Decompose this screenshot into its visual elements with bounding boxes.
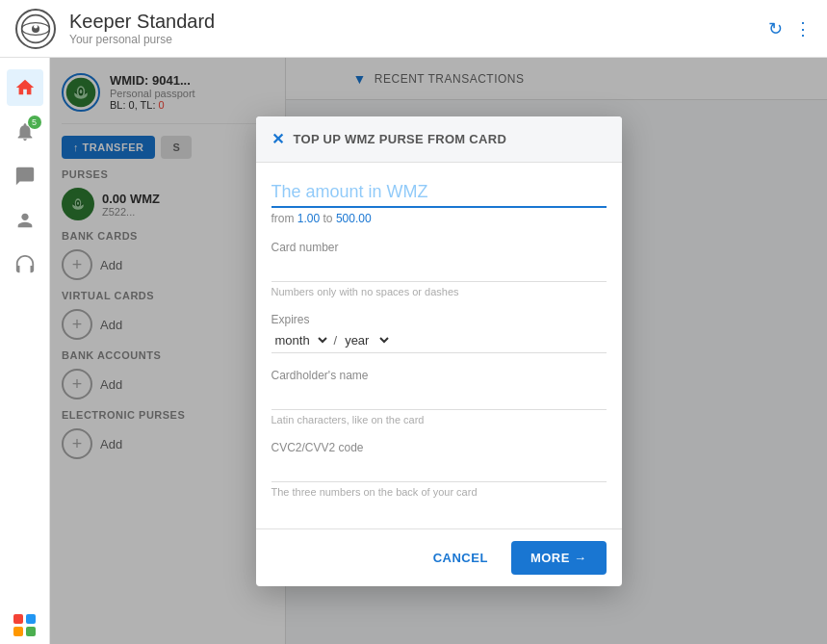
month-select[interactable]: month 010203 040506 070809 101112 — [271, 332, 330, 348]
card-number-label: Card number — [271, 241, 607, 254]
card-number-hint: Numbers only with no spaces or dashes — [271, 286, 607, 297]
modal-footer: CANCEL MORE → — [256, 528, 622, 586]
sidebar-item-contacts[interactable] — [7, 202, 43, 239]
amount-group: from 1.00 to 500.00 — [271, 178, 607, 225]
header-actions: ↻ ⋮ — [768, 18, 812, 39]
modal: ✕ TOP UP WMZ PURSE FROM CARD from 1.00 t… — [256, 116, 622, 586]
app-title: Keeper Standard — [69, 11, 215, 33]
cardholder-input[interactable] — [271, 386, 607, 410]
color-dot-orange — [13, 627, 23, 636]
cvv-hint: The three numbers on the back of your ca… — [271, 486, 607, 498]
color-dot-blue — [26, 614, 36, 624]
expires-label: Expires — [271, 313, 607, 326]
notifications-badge: 5 — [28, 116, 41, 129]
expires-separator: / — [334, 333, 338, 348]
year-select[interactable]: year 202420252026 2027202820292030 — [341, 332, 392, 348]
svg-point-3 — [34, 24, 38, 28]
amount-max: 500.00 — [336, 212, 372, 225]
color-dot-green — [26, 627, 36, 636]
modal-overlay: ✕ TOP UP WMZ PURSE FROM CARD from 1.00 t… — [50, 58, 827, 644]
content-area: ▼ RECENT TRANSACTIONS — [50, 58, 827, 644]
sidebar-item-messages[interactable] — [7, 158, 43, 194]
refresh-icon[interactable]: ↻ — [768, 18, 783, 39]
app-title-block: Keeper Standard Your personal purse — [69, 11, 215, 46]
amount-range: from 1.00 to 500.00 — [271, 212, 607, 225]
amount-min: 1.00 — [297, 212, 320, 225]
modal-body: from 1.00 to 500.00 Card number Numbers … — [256, 163, 622, 528]
menu-icon[interactable]: ⋮ — [794, 18, 812, 39]
color-dots — [13, 614, 36, 636]
modal-close-button[interactable]: ✕ — [271, 130, 284, 148]
more-button[interactable]: MORE → — [511, 541, 607, 575]
app-header: Keeper Standard Your personal purse ↻ ⋮ — [0, 0, 827, 58]
app-logo — [15, 9, 56, 49]
modal-title: TOP UP WMZ PURSE FROM CARD — [294, 132, 507, 146]
amount-input[interactable] — [271, 178, 607, 208]
card-number-input[interactable] — [271, 258, 607, 282]
expires-group: Expires month 010203 040506 070809 10111… — [271, 313, 607, 353]
sidebar-item-home[interactable] — [7, 69, 43, 106]
modal-header: ✕ TOP UP WMZ PURSE FROM CARD — [256, 116, 622, 163]
cvv-input[interactable] — [271, 458, 607, 482]
color-dot-red — [13, 614, 23, 624]
card-number-group: Card number Numbers only with no spaces … — [271, 241, 607, 297]
sidebar-item-notifications[interactable]: 5 — [7, 114, 43, 150]
cvv-group: CVC2/CVV2 code The three numbers on the … — [271, 441, 607, 498]
sidebar-item-support[interactable] — [7, 246, 43, 283]
sidebar: 5 — [0, 58, 50, 644]
cardholder-hint: Latin characters, like on the card — [271, 414, 607, 425]
app-subtitle: Your personal purse — [69, 33, 215, 46]
cardholder-label: Cardholder's name — [271, 369, 607, 382]
sidebar-bottom — [13, 610, 36, 644]
app-container: Keeper Standard Your personal purse ↻ ⋮ … — [0, 0, 827, 644]
cvv-label: CVC2/CVV2 code — [271, 441, 607, 454]
cardholder-group: Cardholder's name Latin characters, like… — [271, 369, 607, 425]
expires-row: month 010203 040506 070809 101112 / year — [271, 332, 607, 353]
cancel-button[interactable]: CANCEL — [422, 543, 500, 573]
main-layout: 5 ▼ — [0, 58, 827, 644]
